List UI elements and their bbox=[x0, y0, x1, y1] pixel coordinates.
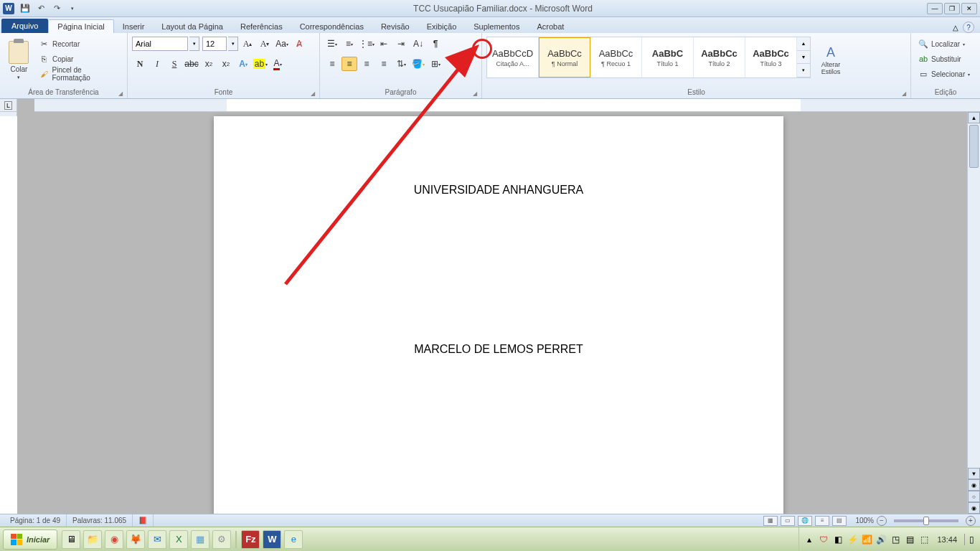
bullets-button[interactable]: ☰▾ bbox=[324, 37, 340, 51]
tab-file[interactable]: Arquivo bbox=[1, 19, 48, 33]
document-page[interactable]: UNIVERSIDADE ANHANGUERA MARCELO DE LEMOS… bbox=[214, 116, 783, 514]
style-titulo1[interactable]: AaBbCTítulo 1 bbox=[642, 37, 694, 77]
view-web[interactable]: 🌐 bbox=[798, 516, 812, 526]
style-citacao[interactable]: AaBbCcDCitação A... bbox=[487, 37, 539, 77]
subscript-button[interactable]: x2 bbox=[201, 57, 217, 71]
scroll-up-arrow[interactable]: ▲ bbox=[968, 112, 980, 123]
ruler-corner[interactable]: L bbox=[0, 99, 17, 112]
replace-button[interactable]: abSubstituir bbox=[915, 52, 973, 66]
shrink-font-button[interactable]: A▾ bbox=[257, 37, 273, 51]
tray-app5-icon[interactable]: ⬚ bbox=[918, 534, 930, 545]
superscript-button[interactable]: x2 bbox=[218, 57, 234, 71]
view-full-screen[interactable]: ▭ bbox=[781, 516, 795, 526]
zoom-slider-thumb[interactable] bbox=[923, 517, 929, 525]
text-effects-button[interactable]: A▾ bbox=[235, 57, 251, 71]
task-firefox[interactable]: 🦊 bbox=[126, 530, 145, 549]
view-print-layout[interactable]: ▦ bbox=[763, 516, 778, 526]
increase-indent-button[interactable]: ⇥ bbox=[393, 37, 409, 51]
strikethrough-button[interactable]: abc bbox=[184, 57, 199, 71]
view-outline[interactable]: ≡ bbox=[815, 516, 829, 526]
multilevel-button[interactable]: ⋮≡▾ bbox=[359, 37, 374, 51]
tray-app4-icon[interactable]: ▤ bbox=[904, 534, 915, 545]
task-excel[interactable]: X bbox=[169, 530, 188, 549]
task-desktop[interactable]: 🖥 bbox=[62, 530, 80, 549]
font-dialog-launcher[interactable]: ◢ bbox=[311, 90, 315, 97]
tab-home[interactable]: Página Inicial bbox=[48, 19, 113, 33]
style-titulo2[interactable]: AaBbCcTítulo 2 bbox=[694, 37, 745, 77]
tab-view[interactable]: Exibição bbox=[418, 20, 466, 33]
shading-button[interactable]: 🪣▾ bbox=[410, 57, 426, 71]
highlight-button[interactable]: ab▾ bbox=[253, 57, 268, 71]
copy-button[interactable]: ⎘Copiar bbox=[37, 52, 123, 66]
next-page-button[interactable]: ◉ bbox=[968, 502, 980, 514]
style-titulo3[interactable]: AaBbCcTítulo 3 bbox=[745, 37, 797, 77]
browse-object-button[interactable]: ○ bbox=[968, 491, 980, 502]
close-button[interactable]: ✕ bbox=[961, 3, 977, 14]
clipboard-dialog-launcher[interactable]: ◢ bbox=[118, 90, 123, 97]
help-icon[interactable]: ? bbox=[963, 22, 974, 33]
justify-button[interactable]: ≡ bbox=[376, 57, 392, 71]
task-app1[interactable]: ▦ bbox=[191, 530, 209, 549]
show-marks-button[interactable]: ¶ bbox=[428, 37, 443, 51]
restore-button[interactable]: ❐ bbox=[944, 3, 960, 14]
tab-review[interactable]: Revisão bbox=[372, 20, 418, 33]
horizontal-ruler[interactable] bbox=[34, 99, 980, 112]
font-name-input[interactable]: Arial bbox=[132, 37, 188, 51]
tray-app2-icon[interactable]: ⚡ bbox=[847, 534, 858, 545]
tray-expand-icon[interactable]: ▴ bbox=[804, 534, 815, 545]
status-page[interactable]: Página: 1 de 49 bbox=[4, 514, 67, 527]
save-button[interactable]: 💾 bbox=[19, 2, 32, 15]
sort-button[interactable]: A↓ bbox=[410, 37, 426, 51]
scroll-thumb[interactable] bbox=[969, 125, 979, 168]
style-more[interactable]: ▾ bbox=[797, 64, 810, 77]
zoom-out-button[interactable]: − bbox=[877, 516, 887, 526]
numbering-button[interactable]: ≡▾ bbox=[341, 37, 357, 51]
view-draft[interactable]: ▤ bbox=[832, 516, 847, 526]
find-button[interactable]: 🔍Localizar▾ bbox=[915, 37, 973, 51]
task-outlook[interactable]: ✉ bbox=[148, 530, 166, 549]
task-chrome[interactable]: ◉ bbox=[105, 530, 123, 549]
tab-references[interactable]: Referências bbox=[232, 20, 291, 33]
tray-clock[interactable]: 13:44 bbox=[933, 535, 961, 544]
style-recuo1[interactable]: AaBbCc¶ Recuo 1 bbox=[590, 37, 642, 77]
cut-button[interactable]: ✂Recortar bbox=[37, 37, 123, 51]
grow-font-button[interactable]: A▴ bbox=[240, 37, 255, 51]
paste-button[interactable]: Colar ▾ bbox=[4, 37, 34, 84]
clear-formatting-button[interactable]: A̷ bbox=[291, 37, 307, 51]
tab-acrobat[interactable]: Acrobat bbox=[528, 20, 573, 33]
zoom-level[interactable]: 100% bbox=[855, 517, 874, 524]
bold-button[interactable]: N bbox=[132, 57, 148, 71]
align-right-button[interactable]: ≡ bbox=[359, 57, 374, 71]
align-left-button[interactable]: ≡ bbox=[324, 57, 340, 71]
format-painter-button[interactable]: 🖌Pincel de Formatação bbox=[37, 67, 123, 81]
tab-insert[interactable]: Inserir bbox=[114, 20, 154, 33]
change-case-button[interactable]: Aa▾ bbox=[274, 37, 290, 51]
font-size-dropdown[interactable]: ▾ bbox=[228, 37, 238, 51]
change-styles-button[interactable]: A Alterar Estilos bbox=[814, 37, 848, 84]
tray-network-icon[interactable]: 📶 bbox=[861, 534, 872, 545]
scroll-down-arrow[interactable]: ▼ bbox=[968, 468, 980, 479]
status-words[interactable]: Palavras: 11.065 bbox=[67, 514, 133, 527]
borders-button[interactable]: ⊞▾ bbox=[428, 57, 443, 71]
style-scroll-down[interactable]: ▼ bbox=[797, 51, 810, 65]
styles-dialog-launcher[interactable]: ◢ bbox=[902, 90, 906, 97]
task-app2[interactable]: ⚙ bbox=[212, 530, 231, 549]
italic-button[interactable]: I bbox=[149, 57, 165, 71]
align-center-button[interactable]: ≡ bbox=[341, 57, 357, 71]
tray-app3-icon[interactable]: ◳ bbox=[890, 534, 901, 545]
task-word[interactable]: W bbox=[263, 530, 281, 549]
vertical-ruler[interactable] bbox=[0, 112, 17, 514]
tab-mailings[interactable]: Correspondências bbox=[291, 20, 372, 33]
line-spacing-button[interactable]: ⇅▾ bbox=[393, 57, 409, 71]
vertical-scrollbar[interactable]: ▲ ▼ ◉ ○ ◉ bbox=[967, 112, 980, 514]
task-ie[interactable]: e bbox=[284, 530, 303, 549]
paragraph-dialog-launcher[interactable]: ◢ bbox=[473, 90, 477, 97]
status-proofing[interactable]: 📕 bbox=[133, 514, 154, 527]
font-color-button[interactable]: A▾ bbox=[270, 57, 286, 71]
select-button[interactable]: ▭Selecionar▾ bbox=[915, 67, 973, 81]
task-explorer[interactable]: 📁 bbox=[83, 530, 102, 549]
minimize-ribbon-icon[interactable]: △ bbox=[953, 24, 958, 32]
tab-layout[interactable]: Layout da Página bbox=[153, 20, 232, 33]
zoom-slider[interactable] bbox=[894, 519, 958, 522]
tray-shield-icon[interactable]: 🛡 bbox=[818, 534, 829, 545]
